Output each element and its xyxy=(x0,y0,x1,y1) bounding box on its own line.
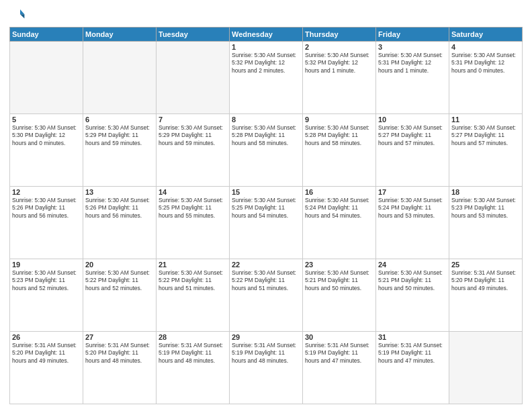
calendar-cell: 10Sunrise: 5:30 AM Sunset: 5:27 PM Dayli… xyxy=(376,114,449,187)
calendar-cell: 6Sunrise: 5:30 AM Sunset: 5:29 PM Daylig… xyxy=(83,114,157,187)
day-info: Sunrise: 5:31 AM Sunset: 5:19 PM Dayligh… xyxy=(305,342,373,365)
calendar-cell: 25Sunrise: 5:31 AM Sunset: 5:20 PM Dayli… xyxy=(449,259,523,332)
day-number: 13 xyxy=(85,188,154,196)
day-number: 16 xyxy=(305,188,373,196)
calendar-cell: 12Sunrise: 5:30 AM Sunset: 5:26 PM Dayli… xyxy=(10,187,83,259)
calendar-cell: 23Sunrise: 5:30 AM Sunset: 5:21 PM Dayli… xyxy=(303,259,376,332)
weekday-header: Saturday xyxy=(449,28,523,42)
day-info: Sunrise: 5:30 AM Sunset: 5:22 PM Dayligh… xyxy=(159,269,227,292)
logo-icon xyxy=(9,7,26,23)
day-info: Sunrise: 5:30 AM Sunset: 5:32 PM Dayligh… xyxy=(305,52,373,75)
calendar-cell: 22Sunrise: 5:30 AM Sunset: 5:22 PM Dayli… xyxy=(230,259,303,332)
page: SundayMondayTuesdayWednesdayThursdayFrid… xyxy=(0,0,532,411)
day-number: 10 xyxy=(378,116,447,124)
weekday-header: Thursday xyxy=(303,28,376,42)
day-info: Sunrise: 5:30 AM Sunset: 5:26 PM Dayligh… xyxy=(85,197,154,220)
day-number: 29 xyxy=(232,333,300,341)
calendar-cell: 11Sunrise: 5:30 AM Sunset: 5:27 PM Dayli… xyxy=(449,114,523,187)
day-number: 21 xyxy=(159,261,227,269)
day-info: Sunrise: 5:30 AM Sunset: 5:27 PM Dayligh… xyxy=(451,124,520,147)
day-info: Sunrise: 5:30 AM Sunset: 5:23 PM Dayligh… xyxy=(12,269,81,292)
weekday-header: Sunday xyxy=(10,28,83,42)
day-info: Sunrise: 5:30 AM Sunset: 5:21 PM Dayligh… xyxy=(378,269,447,292)
header xyxy=(9,7,523,23)
calendar-cell: 13Sunrise: 5:30 AM Sunset: 5:26 PM Dayli… xyxy=(83,187,157,259)
calendar-cell: 30Sunrise: 5:31 AM Sunset: 5:19 PM Dayli… xyxy=(303,332,376,404)
day-number: 20 xyxy=(85,261,154,269)
calendar-cell: 15Sunrise: 5:30 AM Sunset: 5:25 PM Dayli… xyxy=(230,187,303,259)
calendar-cell: 31Sunrise: 5:31 AM Sunset: 5:19 PM Dayli… xyxy=(376,332,449,404)
day-info: Sunrise: 5:31 AM Sunset: 5:19 PM Dayligh… xyxy=(232,342,300,365)
day-info: Sunrise: 5:30 AM Sunset: 5:30 PM Dayligh… xyxy=(12,124,81,147)
day-info: Sunrise: 5:30 AM Sunset: 5:24 PM Dayligh… xyxy=(378,197,447,220)
day-number: 24 xyxy=(378,261,447,269)
day-number: 9 xyxy=(305,116,373,124)
day-info: Sunrise: 5:30 AM Sunset: 5:22 PM Dayligh… xyxy=(85,269,154,292)
day-info: Sunrise: 5:30 AM Sunset: 5:25 PM Dayligh… xyxy=(159,197,227,220)
calendar-cell: 18Sunrise: 5:30 AM Sunset: 5:23 PM Dayli… xyxy=(449,187,523,259)
day-number: 23 xyxy=(305,261,373,269)
calendar-cell xyxy=(83,42,157,114)
day-number: 26 xyxy=(12,333,81,341)
calendar-cell: 1Sunrise: 5:30 AM Sunset: 5:32 PM Daylig… xyxy=(230,42,303,114)
day-info: Sunrise: 5:30 AM Sunset: 5:21 PM Dayligh… xyxy=(305,269,373,292)
svg-marker-1 xyxy=(20,14,24,18)
day-info: Sunrise: 5:30 AM Sunset: 5:28 PM Dayligh… xyxy=(232,124,300,147)
day-number: 5 xyxy=(12,116,81,124)
day-number: 12 xyxy=(12,188,81,196)
calendar-cell: 3Sunrise: 5:30 AM Sunset: 5:31 PM Daylig… xyxy=(376,42,449,114)
day-info: Sunrise: 5:30 AM Sunset: 5:32 PM Dayligh… xyxy=(232,52,300,75)
day-info: Sunrise: 5:30 AM Sunset: 5:29 PM Dayligh… xyxy=(85,124,154,147)
day-number: 8 xyxy=(232,116,300,124)
day-info: Sunrise: 5:30 AM Sunset: 5:31 PM Dayligh… xyxy=(451,52,520,75)
weekday-header: Monday xyxy=(83,28,157,42)
calendar-cell: 2Sunrise: 5:30 AM Sunset: 5:32 PM Daylig… xyxy=(303,42,376,114)
calendar-cell: 26Sunrise: 5:31 AM Sunset: 5:20 PM Dayli… xyxy=(10,332,83,404)
day-number: 19 xyxy=(12,261,81,269)
calendar-cell: 9Sunrise: 5:30 AM Sunset: 5:28 PM Daylig… xyxy=(303,114,376,187)
calendar-cell: 24Sunrise: 5:30 AM Sunset: 5:21 PM Dayli… xyxy=(376,259,449,332)
calendar-cell: 20Sunrise: 5:30 AM Sunset: 5:22 PM Dayli… xyxy=(83,259,157,332)
day-number: 3 xyxy=(378,43,447,51)
day-number: 22 xyxy=(232,261,300,269)
day-number: 6 xyxy=(85,116,154,124)
day-number: 1 xyxy=(232,43,300,51)
calendar-cell: 8Sunrise: 5:30 AM Sunset: 5:28 PM Daylig… xyxy=(230,114,303,187)
day-number: 27 xyxy=(85,333,154,341)
calendar-cell: 5Sunrise: 5:30 AM Sunset: 5:30 PM Daylig… xyxy=(10,114,83,187)
logo xyxy=(9,7,28,23)
day-info: Sunrise: 5:30 AM Sunset: 5:31 PM Dayligh… xyxy=(378,52,447,75)
calendar-cell xyxy=(10,42,83,114)
day-number: 18 xyxy=(451,188,520,196)
calendar-cell: 4Sunrise: 5:30 AM Sunset: 5:31 PM Daylig… xyxy=(449,42,523,114)
calendar-cell: 7Sunrise: 5:30 AM Sunset: 5:29 PM Daylig… xyxy=(157,114,230,187)
weekday-header: Tuesday xyxy=(157,28,230,42)
day-info: Sunrise: 5:30 AM Sunset: 5:24 PM Dayligh… xyxy=(305,197,373,220)
day-info: Sunrise: 5:30 AM Sunset: 5:23 PM Dayligh… xyxy=(451,197,520,220)
svg-marker-0 xyxy=(20,9,24,14)
day-number: 14 xyxy=(159,188,227,196)
day-info: Sunrise: 5:30 AM Sunset: 5:22 PM Dayligh… xyxy=(232,269,300,292)
day-info: Sunrise: 5:31 AM Sunset: 5:20 PM Dayligh… xyxy=(12,342,81,365)
calendar-cell: 21Sunrise: 5:30 AM Sunset: 5:22 PM Dayli… xyxy=(157,259,230,332)
day-info: Sunrise: 5:30 AM Sunset: 5:25 PM Dayligh… xyxy=(232,197,300,220)
day-info: Sunrise: 5:31 AM Sunset: 5:19 PM Dayligh… xyxy=(159,342,227,365)
day-number: 30 xyxy=(305,333,373,341)
day-number: 17 xyxy=(378,188,447,196)
day-info: Sunrise: 5:30 AM Sunset: 5:26 PM Dayligh… xyxy=(12,197,81,220)
calendar-cell: 28Sunrise: 5:31 AM Sunset: 5:19 PM Dayli… xyxy=(157,332,230,404)
weekday-header: Wednesday xyxy=(230,28,303,42)
calendar-cell: 29Sunrise: 5:31 AM Sunset: 5:19 PM Dayli… xyxy=(230,332,303,404)
calendar-cell: 17Sunrise: 5:30 AM Sunset: 5:24 PM Dayli… xyxy=(376,187,449,259)
day-number: 11 xyxy=(451,116,520,124)
calendar-cell: 19Sunrise: 5:30 AM Sunset: 5:23 PM Dayli… xyxy=(10,259,83,332)
day-number: 7 xyxy=(159,116,227,124)
calendar-cell: 14Sunrise: 5:30 AM Sunset: 5:25 PM Dayli… xyxy=(157,187,230,259)
day-info: Sunrise: 5:30 AM Sunset: 5:29 PM Dayligh… xyxy=(159,124,227,147)
day-number: 25 xyxy=(451,261,520,269)
day-number: 15 xyxy=(232,188,300,196)
day-number: 4 xyxy=(451,43,520,51)
day-info: Sunrise: 5:31 AM Sunset: 5:19 PM Dayligh… xyxy=(378,342,447,365)
day-info: Sunrise: 5:31 AM Sunset: 5:20 PM Dayligh… xyxy=(451,269,520,292)
day-number: 31 xyxy=(378,333,447,341)
